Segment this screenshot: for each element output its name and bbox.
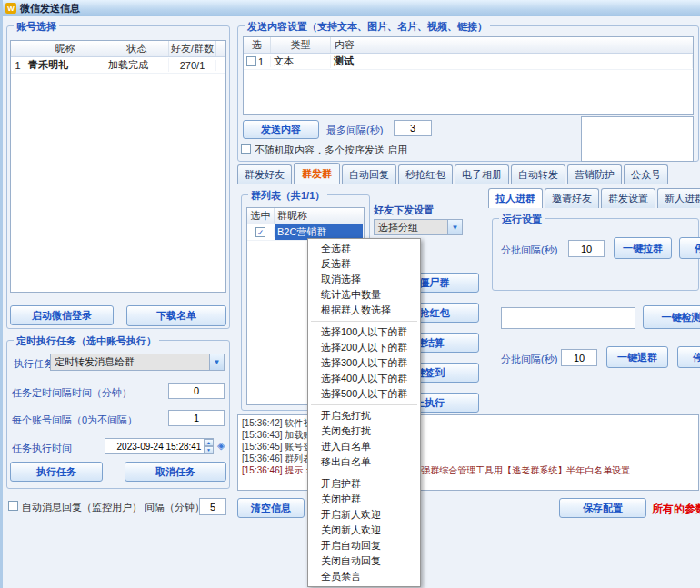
panel-divider: [485, 193, 485, 411]
col-header-nickname: 昵称: [25, 41, 105, 56]
stop-pull-button[interactable]: 停止: [679, 237, 700, 259]
content-row-type: 文本: [271, 55, 331, 68]
menu-item[interactable]: 关闭新人欢迎: [308, 523, 420, 538]
menu-item[interactable]: 关闭免打扰: [308, 424, 420, 439]
detect-group-button[interactable]: 一键检测群: [643, 305, 700, 329]
menu-item[interactable]: 开启新人欢迎: [308, 507, 420, 523]
batch-gap-label: 分批间隔(秒): [501, 244, 557, 257]
auto-reply-checkbox[interactable]: [8, 501, 18, 511]
group-row-checkbox[interactable]: ✓: [255, 227, 265, 237]
random-send-checkbox[interactable]: [241, 144, 251, 154]
account-gap-input[interactable]: [168, 410, 225, 426]
menu-item[interactable]: 关闭护群: [308, 492, 420, 507]
tab-group-send-friends[interactable]: 群发好友: [237, 164, 292, 184]
time-spinner[interactable]: ▲ ▼: [204, 439, 214, 453]
tab-newcomer[interactable]: 新人进群: [657, 188, 700, 208]
chevron-down-icon[interactable]: ▼: [447, 220, 462, 234]
exec-time-input[interactable]: [105, 438, 214, 454]
run-settings-title: 运行设置: [499, 213, 545, 226]
group-context-menu: 全选群 反选群 取消选择 统计选中数量 根据群人数选择 选择100人以下的群 选…: [307, 238, 421, 587]
task-select[interactable]: 定时转发消息给群 ▼: [50, 354, 225, 371]
account-nickname: 青禾明礼: [25, 58, 105, 72]
menu-item[interactable]: 取消选择: [308, 272, 420, 287]
content-row[interactable]: 1 文本 测试: [244, 54, 693, 70]
content-row-checkbox[interactable]: [246, 56, 256, 66]
auto-reply-interval-input[interactable]: [199, 498, 226, 515]
spin-up-icon[interactable]: ▲: [204, 439, 214, 446]
save-config-button[interactable]: 保存配置: [559, 498, 646, 518]
clear-log-button[interactable]: 清空信息: [237, 498, 305, 518]
tab-official-account[interactable]: 公众号: [624, 164, 668, 184]
datetime-picker-icon[interactable]: ◈: [217, 440, 225, 452]
menu-item[interactable]: 选择500人以下的群: [308, 386, 420, 402]
quit-group-button[interactable]: 一键退群: [606, 346, 668, 368]
batch-gap-input[interactable]: [568, 240, 605, 257]
tab-pull-into-group[interactable]: 拉人进群: [488, 188, 543, 208]
title-bar[interactable]: W 微信发送信息: [3, 0, 700, 16]
menu-separator: [311, 473, 417, 473]
menu-item[interactable]: 选择200人以下的群: [308, 340, 420, 355]
menu-item[interactable]: 进入白名单: [308, 439, 420, 454]
menu-item[interactable]: 统计选中数量: [308, 287, 420, 303]
launch-wechat-button[interactable]: 启动微信登录: [10, 305, 114, 325]
tab-photo-album[interactable]: 电子相册: [455, 164, 509, 184]
run-task-button[interactable]: 执行任务: [10, 462, 103, 482]
stop-quit-button[interactable]: 停止: [677, 346, 700, 368]
tab-red-packet[interactable]: 秒抢红包: [398, 164, 453, 184]
content-table[interactable]: 选 类型 内容 1 文本 测试: [243, 36, 694, 115]
keyword-input[interactable]: [501, 307, 635, 329]
col-header-num: [11, 41, 25, 56]
tab-marketing-protect[interactable]: 营销防护: [567, 164, 622, 184]
col-header-group-name: 群昵称: [275, 208, 364, 224]
accounts-table[interactable]: 昵称 状态 好友/群数 1 青禾明礼 加载完成 270/1: [10, 40, 226, 293]
download-list-button[interactable]: 下载名单: [126, 305, 226, 326]
menu-item[interactable]: 全选群: [308, 241, 420, 256]
send-gap-input[interactable]: [394, 120, 432, 136]
menu-item[interactable]: 反选群: [308, 256, 420, 272]
col-header-count: 好友/群数: [169, 41, 216, 56]
tab-invite-friends[interactable]: 邀请好友: [545, 188, 599, 208]
send-gap-label: 最多间隔(秒): [326, 124, 383, 137]
cancel-task-button[interactable]: 取消任务: [125, 462, 226, 482]
menu-item[interactable]: 开启自动回复: [308, 538, 420, 553]
menu-item[interactable]: 开启护群: [308, 476, 420, 492]
accounts-table-header: 昵称 状态 好友/群数: [11, 41, 225, 57]
menu-item[interactable]: 全员禁言: [308, 569, 420, 584]
spin-down-icon[interactable]: ▼: [204, 446, 214, 453]
tab-auto-reply[interactable]: 自动回复: [342, 164, 396, 184]
menu-item[interactable]: 移出白名单: [308, 454, 420, 470]
col-header-spacer: [216, 41, 225, 56]
chevron-down-icon[interactable]: ▼: [209, 354, 224, 370]
account-row[interactable]: 1 青禾明礼 加载完成 270/1: [11, 57, 225, 74]
auto-reply-label: 自动消息回复（监控用户） 间隔（分钟）: [22, 501, 205, 514]
accounts-group-title: 账号选择: [14, 20, 59, 34]
col-header-select: 选: [244, 37, 271, 53]
menu-item[interactable]: 选择300人以下的群: [308, 355, 420, 371]
batch-gap2-input[interactable]: [561, 349, 597, 366]
app-window: W 微信发送信息 账号选择 昵称 状态 好友/群数 1 青禾明礼 加载完成 27…: [0, 0, 700, 588]
menu-item[interactable]: 关闭自动回复: [308, 553, 420, 569]
group-filter-value: 选择分组: [378, 221, 418, 234]
menu-item[interactable]: 选择100人以下的群: [308, 324, 420, 340]
tab-auto-forward[interactable]: 自动转发: [511, 164, 565, 184]
content-row-body: 测试: [331, 55, 693, 68]
menu-item[interactable]: 选择400人以下的群: [308, 371, 420, 386]
tab-group-send-groups[interactable]: 群发群: [294, 163, 340, 184]
content-row-select[interactable]: 1: [244, 56, 271, 67]
account-gap-label: 每个账号间隔（0为不间隔）: [12, 414, 137, 427]
content-group-title: 发送内容设置（支持文本、图片、名片、视频、链接）: [245, 20, 490, 34]
task-label: 执行任务: [14, 357, 54, 371]
group-filter-select[interactable]: 选择分组 ▼: [374, 219, 463, 235]
col-header-group-select: 选中: [247, 208, 275, 224]
task-interval-input[interactable]: [168, 383, 225, 399]
menu-item[interactable]: 根据群人数选择: [308, 303, 420, 318]
menu-item[interactable]: 开启免打扰: [308, 408, 420, 424]
account-status: 加载完成: [105, 58, 169, 72]
send-content-button[interactable]: 发送内容: [243, 120, 319, 139]
task-interval-label: 任务定时间隔时间（分钟）: [12, 386, 132, 400]
content-preview-box[interactable]: [581, 116, 694, 162]
pull-group-button[interactable]: 一键拉群: [614, 237, 672, 259]
tab-send-settings[interactable]: 群发设置: [601, 188, 655, 208]
group-list-header: 选中 群昵称: [247, 208, 364, 224]
group-row-select[interactable]: ✓: [247, 227, 275, 237]
